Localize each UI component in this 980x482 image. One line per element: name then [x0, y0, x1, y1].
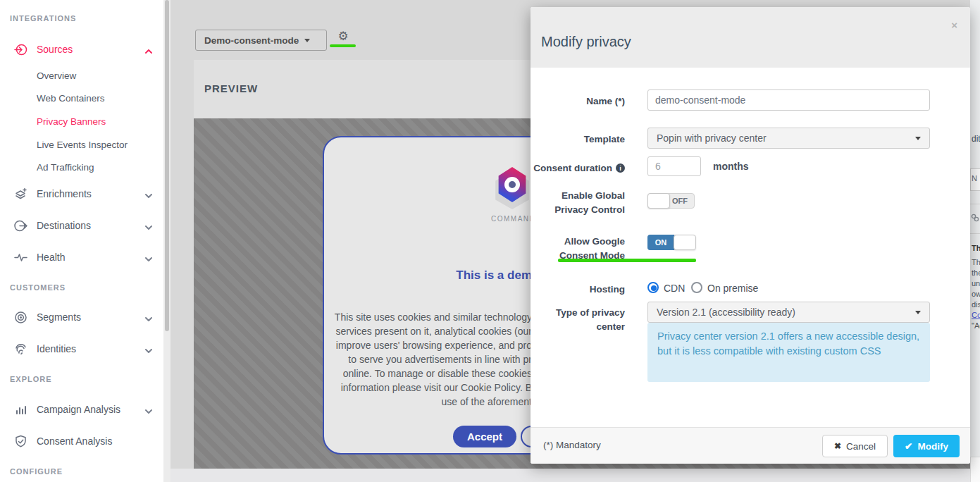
layers-plus-icon [14, 187, 27, 201]
hosting-radio-on-premise[interactable] [691, 282, 702, 293]
modify-button[interactable]: ✔ Modify [893, 435, 960, 457]
privacy-center-select-value: Version 2.1 (accessibility ready) [657, 307, 795, 318]
name-label: Name (*) [533, 94, 625, 109]
caret-down-icon [915, 137, 921, 140]
sidebar-item-label: Sources [37, 44, 73, 55]
right-fragment: the [972, 268, 980, 277]
source-arrow-icon [14, 43, 27, 56]
link-icon [971, 214, 979, 222]
cancel-button[interactable]: ✖ Cancel [822, 435, 888, 457]
preview-title: PREVIEW [204, 82, 258, 94]
banner-selector-dropdown[interactable]: Demo-consent-mode [195, 30, 327, 51]
template-select[interactable]: Popin with privacy center [647, 128, 930, 149]
modal-title: Modify privacy [541, 34, 631, 50]
popin-body-line: use of the aforement [323, 395, 532, 409]
right-fragment-link[interactable]: Co [972, 311, 980, 319]
gcm-toggle[interactable]: ON [647, 235, 695, 250]
popin-body-line: improve users' browsing experience, and … [323, 338, 532, 352]
hosting-radio-on-premise-label[interactable]: On premise [707, 283, 758, 294]
right-fragment: Thi [972, 244, 980, 252]
privacy-center-info-box: Privacy center version 2.1 offers a new … [647, 323, 930, 382]
scrollbar-thumb[interactable] [165, 0, 169, 331]
right-fragment: "Ac [972, 321, 980, 330]
commanders-act-logo [493, 167, 531, 209]
chevron-down-icon [145, 222, 152, 229]
arrow-out-icon [14, 219, 27, 233]
sidebar-item-segments[interactable]: Segments [0, 308, 163, 326]
name-input[interactable] [647, 89, 930, 111]
sidebar-item-label: Enrichments [37, 188, 92, 199]
sidebar-item-overview[interactable]: Overview [37, 70, 76, 81]
popin-body-line: information please visit our Cookie Poli… [323, 381, 532, 395]
hosting-radio-cdn[interactable] [647, 282, 659, 293]
popin-body-line: to serve you advertisements in line with… [323, 352, 532, 366]
sidebar-scrollbar[interactable] [163, 0, 170, 482]
right-fragment: dis [972, 300, 980, 309]
popin-body-line: services present on it, analytical cooki… [323, 324, 532, 338]
check-icon: ✔ [905, 440, 912, 452]
gpc-toggle[interactable]: OFF [647, 193, 695, 209]
info-icon: i [616, 163, 625, 173]
right-fragment: un [972, 279, 980, 288]
gcm-toggle-state: ON [647, 235, 674, 250]
fingerprint-icon [14, 342, 27, 356]
sidebar-item-destinations[interactable]: Destinations [0, 216, 163, 235]
chevron-down-icon [145, 345, 152, 352]
chevron-down-icon [145, 190, 152, 197]
template-label: Template [533, 132, 625, 147]
popin-heading: This is a dem [321, 268, 532, 283]
gpc-toggle-state: OFF [672, 197, 688, 205]
sidebar-item-consent-analysis[interactable]: Consent Analysis [0, 432, 163, 450]
sidebar-item-label: Health [37, 252, 65, 263]
chevron-up-icon [145, 46, 152, 53]
sidebar-item-label: Campaign Analysis [37, 404, 120, 415]
section-header-customers: CUSTOMERS [10, 283, 66, 292]
popin-body-line: This site uses cookies and similar techn… [323, 310, 532, 324]
sidebar-item-label: Consent Analysis [37, 435, 112, 447]
right-panel-sliver: dit: N Thi Th the un ow dis Co "Ac [970, 0, 980, 482]
pulse-icon [14, 251, 27, 264]
modal-body: Name (*) Template Popin with privacy cen… [531, 68, 970, 427]
caret-down-icon [915, 311, 921, 314]
sidebar-item-campaign-analysis[interactable]: Campaign Analysis [0, 400, 163, 419]
sidebar-item-label: Segments [37, 311, 81, 323]
close-icon[interactable]: × [951, 20, 957, 30]
chevron-down-icon [145, 314, 152, 321]
bottom-strip [170, 469, 980, 482]
gpc-label: Enable Global Privacy Control [533, 189, 625, 217]
popin-body-text: This site uses cookies and similar techn… [323, 310, 532, 409]
sidebar-item-live-events-inspector[interactable]: Live Events Inspector [37, 140, 128, 150]
brand-wordmark: COMMANDERS [491, 211, 532, 221]
section-header-explore: EXPLORE [10, 375, 52, 383]
consent-duration-unit: months [713, 161, 749, 172]
sidebar-item-sources[interactable]: Sources [0, 40, 163, 58]
right-fragment: ow [972, 290, 980, 298]
gcm-highlight-underline [558, 259, 696, 262]
sidebar-item-privacy-banners[interactable]: Privacy Banners [37, 116, 106, 127]
hosting-label: Hosting [533, 283, 625, 297]
modify-privacy-modal: Modify privacy × Name (*) Template Popin… [531, 7, 970, 464]
privacy-center-select[interactable]: Version 2.1 (accessibility ready) [647, 302, 930, 323]
bar-chart-icon [14, 403, 27, 416]
right-fragment: dit: [972, 134, 980, 144]
cancel-x-icon: ✖ [834, 441, 841, 451]
consent-duration-input[interactable] [647, 156, 701, 176]
sidebar-item-label: Identities [37, 343, 76, 354]
privacy-center-label: Type of privacy center [533, 306, 625, 334]
hosting-radio-cdn-label[interactable]: CDN [664, 283, 685, 294]
right-panel-corner [970, 457, 980, 482]
accept-button[interactable]: Accept [453, 426, 516, 447]
modal-footer: (*) Mandatory ✖ Cancel ✔ Modify [531, 427, 970, 464]
gear-icon[interactable]: ⚙ [335, 29, 351, 44]
sidebar-item-health[interactable]: Health [0, 248, 163, 266]
chevron-down-icon [145, 254, 152, 261]
section-header-integrations: INTEGRATIONS [10, 14, 76, 23]
sidebar-item-identities[interactable]: Identities [0, 340, 163, 358]
sidebar-item-web-containers[interactable]: Web Containers [37, 93, 105, 104]
shield-check-icon [14, 435, 27, 448]
sidebar-item-enrichments[interactable]: Enrichments [0, 185, 163, 203]
right-fragment: Th [972, 258, 980, 266]
mandatory-note: (*) Mandatory [543, 440, 601, 450]
caret-down-icon [304, 39, 310, 42]
sidebar-item-ad-trafficking[interactable]: Ad Trafficking [37, 162, 94, 173]
